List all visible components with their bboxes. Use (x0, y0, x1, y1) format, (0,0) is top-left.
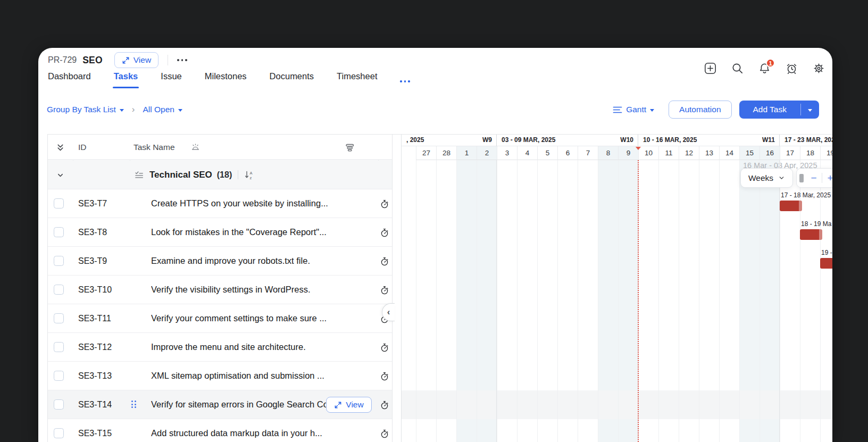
task-name[interactable]: Improve the menu and site architecture. (151, 333, 306, 361)
row-view-button[interactable]: View (326, 397, 372, 413)
collapse-group-icon[interactable] (56, 171, 64, 179)
stopwatch-icon[interactable] (380, 343, 389, 352)
day-gridline (416, 160, 416, 442)
gantt-week-segment: 03 - 09 MAR, 2025W10 (497, 135, 638, 146)
table-row[interactable]: SE3-T8Look for mistakes in the "Coverage… (48, 218, 392, 247)
group-by-dropdown[interactable]: Group By Task List (47, 105, 124, 114)
task-name[interactable]: Verify for sitemap errors in Google Sear… (151, 390, 327, 419)
project-view-button[interactable]: View (114, 52, 158, 68)
tab-timesheet[interactable]: Timesheet (337, 71, 377, 88)
day-gridline (557, 160, 558, 442)
gantt-task-bar[interactable] (780, 201, 802, 211)
zoom-slider-handle[interactable] (799, 174, 804, 182)
task-id: SE3-T14 (78, 390, 112, 419)
task-id: SE3-T15 (78, 419, 112, 442)
gantt-day-cell: 13 (699, 146, 719, 160)
stopwatch-icon[interactable] (380, 228, 389, 237)
tab-dashboard[interactable]: Dashboard (48, 71, 91, 88)
table-row[interactable]: SE3-T11Verify your comment settings to m… (48, 304, 392, 333)
tab-tasks[interactable]: Tasks (114, 71, 138, 88)
gantt-week-segment: , 2025W9 (402, 135, 497, 146)
table-row[interactable]: SE3-T15Add structured data markup data i… (48, 419, 392, 442)
table-row[interactable]: SE3-T14Verify for sitemap errors in Goog… (48, 390, 392, 419)
row-checkbox[interactable] (54, 399, 64, 410)
row-checkbox[interactable] (54, 342, 64, 352)
table-row[interactable]: SE3-T13XML sitemap optimisation and subm… (48, 362, 392, 390)
task-name[interactable]: XML sitemap optimisation and submission … (151, 362, 324, 390)
today-line (638, 160, 639, 442)
notification-badge: 1 (766, 59, 775, 68)
gantt-day-cell: 10 (638, 146, 658, 160)
add-task-dropdown[interactable] (801, 101, 819, 119)
gantt-day-cell: 8 (598, 146, 618, 160)
task-filter-dropdown[interactable]: All Open (143, 105, 182, 114)
week-number-label: W11 (762, 136, 775, 144)
week-number-label: W9 (482, 136, 492, 144)
row-checkbox[interactable] (54, 285, 64, 295)
day-gridline (658, 160, 659, 442)
task-group-header[interactable]: Technical SEO (18) A z (48, 161, 392, 189)
gantt-day-cell: 2 (477, 146, 497, 160)
gantt-week-segment: 10 - 16 MAR, 2025W11 (638, 135, 780, 146)
task-name[interactable]: Verify your comment settings to make sur… (151, 304, 327, 332)
module-tabs: DashboardTasksIssueMilestonesDocumentsTi… (48, 71, 410, 88)
search-icon[interactable] (731, 62, 744, 74)
more-menu-icon[interactable] (177, 59, 187, 61)
automation-button[interactable]: Automation (669, 101, 731, 119)
table-row[interactable]: SE3-T10Verify the visibility settings in… (48, 276, 392, 304)
gantt-day-cell: 3 (497, 146, 517, 160)
tabs-overflow-icon[interactable] (400, 74, 410, 88)
expand-icon (122, 56, 130, 64)
zoom-in-button[interactable]: + (824, 173, 832, 183)
notifications-bell-icon[interactable]: 1 (758, 62, 771, 74)
row-checkbox[interactable] (54, 371, 64, 381)
task-name[interactable]: Add structured data markup data in your … (151, 419, 322, 442)
zoom-out-button[interactable]: − (807, 173, 820, 183)
view-mode-dropdown[interactable]: Gantt (613, 105, 654, 114)
row-checkbox[interactable] (54, 313, 64, 323)
chevron-down-icon (178, 109, 182, 112)
settings-gear-icon[interactable] (813, 62, 825, 74)
tab-issue[interactable]: Issue (161, 71, 181, 88)
add-task-button[interactable]: Add Task (739, 101, 819, 119)
criteria-stack-icon[interactable] (345, 135, 355, 160)
drag-handle-icon[interactable] (131, 401, 136, 408)
collapse-all-icon[interactable] (56, 135, 65, 160)
stopwatch-icon[interactable] (380, 286, 389, 294)
stopwatch-icon[interactable] (380, 401, 389, 409)
stopwatch-icon[interactable] (380, 199, 389, 208)
row-checkbox[interactable] (54, 256, 64, 266)
gantt-task-bar[interactable] (820, 258, 832, 269)
gantt-scale-dropdown[interactable]: Weeks (740, 168, 793, 188)
column-header-task-name[interactable]: Task Name (133, 135, 175, 160)
column-header-id[interactable]: ID (78, 135, 87, 160)
row-checkbox[interactable] (54, 428, 64, 438)
table-row[interactable]: SE3-T9Examine and improve your robots.tx… (48, 247, 392, 276)
stopwatch-icon[interactable] (380, 372, 389, 380)
hovered-row-band (402, 390, 832, 419)
tab-documents[interactable]: Documents (270, 71, 314, 88)
add-new-icon[interactable] (704, 62, 716, 74)
task-name[interactable]: Examine and improve your robots.txt file… (151, 247, 310, 275)
gantt-day-cell: 7 (578, 146, 598, 160)
stopwatch-icon[interactable] (380, 429, 389, 438)
reminder-siren-icon[interactable] (191, 135, 200, 160)
gantt-day-cell: 27 (416, 146, 436, 160)
project-code: PR-729 (48, 55, 77, 65)
row-checkbox[interactable] (54, 198, 64, 209)
task-table: ID Task Name (47, 134, 393, 442)
gantt-task-bar[interactable] (800, 229, 822, 240)
task-name[interactable]: Look for mistakes in the "Coverage Repor… (151, 218, 327, 246)
stopwatch-icon[interactable] (380, 257, 389, 265)
gantt-day-cell: 14 (719, 146, 739, 160)
app-window: PR-729 SEO View (38, 48, 832, 442)
sort-az-icon[interactable]: A z (244, 170, 255, 180)
task-name[interactable]: Create HTTPS on your website by installi… (151, 189, 328, 218)
timer-icon[interactable] (786, 62, 798, 74)
tab-milestones[interactable]: Milestones (205, 71, 247, 88)
task-name[interactable]: Verify the visibility settings in WordPr… (151, 276, 311, 304)
table-row[interactable]: SE3-T7Create HTTPS on your website by in… (48, 189, 392, 218)
row-checkbox[interactable] (54, 227, 64, 237)
table-row[interactable]: SE3-T12Improve the menu and site archite… (48, 333, 392, 362)
today-marker-icon (636, 147, 641, 150)
